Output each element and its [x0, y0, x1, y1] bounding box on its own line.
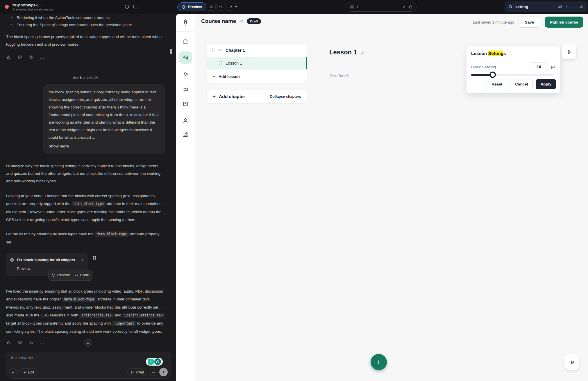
more-actions-icon[interactable]: … — [40, 339, 44, 346]
project-menu[interactable]: flc-prototype-1 Previewing last saved ve… — [4, 3, 53, 11]
course-header-actions: Last saved 1 minute ago Save Publish cou… — [473, 17, 583, 28]
inline-code: data-block-type — [95, 232, 129, 237]
block-spacing-slider[interactable] — [471, 74, 554, 76]
drag-handle-icon[interactable] — [219, 61, 222, 65]
history-icon[interactable] — [124, 4, 130, 9]
find-in-page-bar: setting 1/3 ↑ ↓ ✕ — [505, 1, 587, 12]
cloud-button[interactable] — [207, 3, 216, 11]
more-actions-icon[interactable]: … — [40, 54, 44, 61]
thumbs-down-icon[interactable] — [17, 55, 22, 60]
project-name: flc-prototype-1 — [12, 3, 39, 7]
sidebar-divider — [176, 31, 195, 32]
text-block-placeholder[interactable]: Text block — [329, 73, 349, 78]
plus-icon: + — [212, 74, 215, 79]
preview-button[interactable]: Preview — [177, 2, 206, 11]
chat-bullet: •Ensuring the SpacingSettings component … — [6, 21, 165, 29]
sidebar-item-announcements[interactable] — [182, 86, 189, 93]
search-close-button[interactable]: ✕ — [579, 5, 584, 9]
send-button[interactable] — [159, 368, 168, 376]
inline-code: !important — [112, 321, 136, 326]
inline-code: data-block-type — [72, 201, 106, 206]
thumbs-up-icon[interactable] — [6, 55, 11, 60]
search-prev-button[interactable]: ↑ — [565, 5, 569, 9]
rocket-logo-icon[interactable] — [182, 19, 189, 26]
last-saved-text: Last saved 1 minute ago — [473, 20, 514, 24]
copy-icon[interactable] — [29, 55, 33, 59]
app-sidebar — [176, 14, 195, 381]
chat-panel: •Retrieving it when the ActionTools comp… — [0, 14, 176, 381]
edit-course-name-icon[interactable] — [239, 19, 244, 24]
scroll-to-bottom-button[interactable] — [84, 339, 92, 347]
panel-icon[interactable] — [133, 4, 138, 9]
assistant-message: The block spacing is now properly applie… — [6, 33, 165, 48]
block-spacing-input[interactable] — [530, 62, 548, 71]
search-next-button[interactable]: ↓ — [572, 5, 576, 9]
collapse-chapters-button[interactable]: Collapse chapters — [270, 95, 301, 99]
block-spacing-label: Block Spacing — [471, 65, 496, 69]
slider-thumb[interactable] — [489, 72, 496, 78]
refresh-icon[interactable] — [409, 5, 413, 9]
code-button[interactable] — [216, 3, 225, 11]
plus-icon: + — [212, 93, 216, 100]
url-path: / — [357, 5, 358, 9]
voice-input-button[interactable] — [149, 368, 157, 376]
add-lesson-button[interactable]: + Add lesson — [207, 69, 307, 83]
sidebar-item-home[interactable] — [182, 38, 189, 45]
save-button[interactable]: Save — [519, 17, 541, 28]
reset-button[interactable]: Reset — [487, 79, 507, 89]
add-block-fab[interactable]: + — [371, 354, 387, 370]
thumbs-down-icon[interactable] — [17, 340, 22, 345]
chevron-down-icon — [40, 3, 43, 6]
restore-button[interactable]: Restore — [52, 272, 70, 279]
chat-mode-button[interactable]: Chat — [127, 368, 147, 376]
bookmark-icon[interactable] — [92, 256, 97, 260]
code-button[interactable]: Code — [75, 272, 89, 279]
sidebar-item-orders[interactable] — [182, 101, 189, 107]
assistant-message: I'll analyze why the block spacing setti… — [6, 162, 165, 185]
apply-button[interactable]: Apply — [536, 79, 556, 89]
thumbs-up-icon[interactable] — [6, 340, 11, 345]
sidebar-item-courses-selected[interactable] — [179, 51, 192, 64]
grammarly-badge[interactable]: G — [146, 358, 163, 366]
analytics-button[interactable] — [226, 3, 234, 11]
version-card-wrap: Fix block spacing for all widgets Previe… — [6, 253, 102, 276]
drag-handle-icon[interactable] — [212, 48, 215, 53]
assistant-message: I've fixed the issue by ensuring that al… — [6, 287, 165, 335]
add-chapter-button[interactable]: Add chapter — [219, 94, 245, 99]
assistant-message: Let me fix this by ensuring all block ty… — [6, 230, 165, 246]
course-header: Course name Draft — [201, 18, 261, 24]
chat-input[interactable] — [11, 355, 107, 364]
open-external-icon[interactable] — [402, 5, 406, 9]
show-more-link[interactable]: Show more — [49, 143, 160, 150]
url-bar[interactable]: / — [346, 2, 417, 12]
publish-course-button[interactable]: Publish course — [545, 17, 583, 28]
search-icon — [508, 5, 513, 9]
lesson-settings-title: Lesson Settings — [471, 51, 506, 56]
search-highlight: Setting — [488, 51, 504, 56]
add-tab-button[interactable]: + — [235, 4, 237, 9]
cancel-button[interactable]: Cancel — [510, 79, 533, 89]
message-actions: … — [6, 54, 165, 61]
edit-lesson-title-icon[interactable] — [360, 50, 365, 55]
assistant-message: Looking at your code, I noticed that the… — [6, 192, 165, 224]
edit-mode-button[interactable]: Edit — [19, 368, 38, 376]
copy-icon[interactable] — [29, 340, 33, 345]
chat-input-box: G + Edit Chat — [6, 352, 171, 379]
course-name: Course name — [201, 18, 236, 24]
chevron-up-icon[interactable] — [218, 48, 222, 52]
globe-icon — [182, 5, 186, 9]
chapter-header[interactable]: Chapter 1 — [207, 44, 307, 57]
device-icon — [350, 5, 354, 9]
sidebar-item-integrations[interactable] — [182, 71, 189, 77]
lesson-row-label: Lesson 1 — [226, 61, 242, 65]
settings-toggle-button[interactable] — [562, 44, 576, 59]
lesson-row-selected[interactable]: Lesson 1 — [207, 57, 307, 69]
preview-eye-button[interactable] — [564, 354, 579, 370]
chat-scrollbar[interactable] — [170, 49, 172, 54]
sidebar-item-profile[interactable] — [182, 117, 189, 124]
attach-button[interactable]: + — [9, 368, 17, 376]
chapter-card: Chapter 1 Lesson 1 + Add lesson — [207, 44, 307, 83]
search-query[interactable]: setting — [515, 5, 528, 9]
chevron-right-icon — [81, 258, 84, 262]
sidebar-item-analytics[interactable] — [182, 131, 189, 138]
